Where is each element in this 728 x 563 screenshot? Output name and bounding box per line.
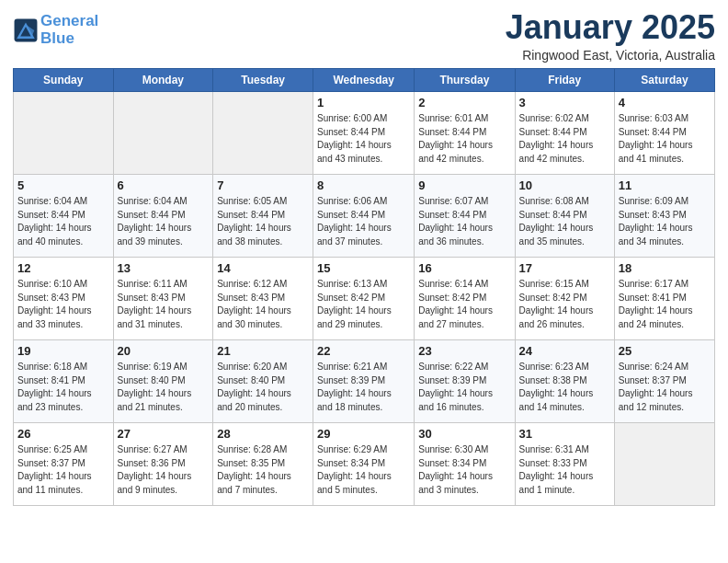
calendar-cell: 14Sunrise: 6:12 AMSunset: 8:43 PMDayligh… [213, 257, 313, 339]
calendar-cell: 6Sunrise: 6:04 AMSunset: 8:44 PMDaylight… [113, 174, 213, 257]
calendar-cell: 13Sunrise: 6:11 AMSunset: 8:43 PMDayligh… [113, 257, 213, 339]
calendar-cell: 10Sunrise: 6:08 AMSunset: 8:44 PMDayligh… [515, 174, 614, 257]
day-info: Sunrise: 6:04 AMSunset: 8:44 PMDaylight:… [17, 195, 109, 248]
day-number: 5 [17, 178, 109, 195]
weekday-header-friday: Friday [515, 68, 614, 91]
calendar-cell: 22Sunrise: 6:21 AMSunset: 8:39 PMDayligh… [313, 339, 415, 422]
logo-general: General [40, 12, 98, 29]
day-info: Sunrise: 6:07 AMSunset: 8:44 PMDaylight:… [418, 195, 510, 248]
calendar-cell [614, 422, 714, 505]
day-info: Sunrise: 6:18 AMSunset: 8:41 PMDaylight:… [17, 361, 109, 414]
calendar-cell: 23Sunrise: 6:22 AMSunset: 8:39 PMDayligh… [415, 339, 515, 422]
day-info: Sunrise: 6:19 AMSunset: 8:40 PMDaylight:… [118, 361, 210, 414]
week-row-5: 26Sunrise: 6:25 AMSunset: 8:37 PMDayligh… [14, 422, 715, 505]
day-info: Sunrise: 6:11 AMSunset: 8:43 PMDaylight:… [118, 278, 210, 331]
day-info: Sunrise: 6:13 AMSunset: 8:42 PMDaylight:… [317, 278, 410, 331]
calendar-cell: 5Sunrise: 6:04 AMSunset: 8:44 PMDaylight… [14, 174, 114, 257]
calendar-cell: 3Sunrise: 6:02 AMSunset: 8:44 PMDaylight… [515, 91, 614, 174]
calendar-cell: 12Sunrise: 6:10 AMSunset: 8:43 PMDayligh… [14, 257, 114, 339]
calendar-cell: 29Sunrise: 6:29 AMSunset: 8:34 PMDayligh… [313, 422, 415, 505]
day-number: 6 [118, 178, 210, 195]
day-number: 1 [317, 95, 410, 112]
week-row-1: 1Sunrise: 6:00 AMSunset: 8:44 PMDaylight… [14, 91, 715, 174]
day-info: Sunrise: 6:17 AMSunset: 8:41 PMDaylight:… [619, 278, 711, 331]
calendar-cell: 18Sunrise: 6:17 AMSunset: 8:41 PMDayligh… [614, 257, 714, 339]
calendar-body: 1Sunrise: 6:00 AMSunset: 8:44 PMDaylight… [14, 91, 715, 505]
day-info: Sunrise: 6:09 AMSunset: 8:43 PMDaylight:… [619, 195, 711, 248]
logo-blue: Blue [40, 29, 74, 47]
day-number: 7 [217, 178, 309, 195]
calendar-cell: 11Sunrise: 6:09 AMSunset: 8:43 PMDayligh… [614, 174, 714, 257]
day-info: Sunrise: 6:04 AMSunset: 8:44 PMDaylight:… [118, 195, 210, 248]
day-info: Sunrise: 6:10 AMSunset: 8:43 PMDaylight:… [17, 278, 109, 331]
day-number: 18 [619, 260, 711, 278]
weekday-header-wednesday: Wednesday [313, 68, 415, 91]
day-number: 14 [217, 260, 309, 278]
day-number: 29 [317, 426, 410, 443]
calendar: SundayMondayTuesdayWednesdayThursdayFrid… [13, 68, 715, 506]
day-info: Sunrise: 6:28 AMSunset: 8:35 PMDaylight:… [217, 443, 309, 497]
logo: General Blue [13, 13, 98, 47]
day-info: Sunrise: 6:21 AMSunset: 8:39 PMDaylight:… [317, 361, 410, 414]
day-number: 30 [418, 426, 510, 443]
day-info: Sunrise: 6:30 AMSunset: 8:34 PMDaylight:… [418, 443, 510, 497]
day-info: Sunrise: 6:24 AMSunset: 8:37 PMDaylight:… [619, 361, 711, 414]
day-info: Sunrise: 6:27 AMSunset: 8:36 PMDaylight:… [118, 443, 210, 497]
day-number: 11 [619, 178, 711, 195]
logo-icon [13, 17, 39, 43]
calendar-cell: 31Sunrise: 6:31 AMSunset: 8:33 PMDayligh… [515, 422, 614, 505]
page: General Blue January 2025 Ringwood East,… [0, 0, 728, 563]
week-row-3: 12Sunrise: 6:10 AMSunset: 8:43 PMDayligh… [14, 257, 715, 339]
day-info: Sunrise: 6:23 AMSunset: 8:38 PMDaylight:… [519, 361, 610, 414]
day-number: 13 [118, 260, 210, 278]
calendar-cell: 20Sunrise: 6:19 AMSunset: 8:40 PMDayligh… [113, 339, 213, 422]
calendar-cell: 25Sunrise: 6:24 AMSunset: 8:37 PMDayligh… [614, 339, 714, 422]
day-number: 9 [418, 178, 510, 195]
weekday-header-thursday: Thursday [415, 68, 515, 91]
calendar-cell: 24Sunrise: 6:23 AMSunset: 8:38 PMDayligh… [515, 339, 614, 422]
day-number: 28 [217, 426, 309, 443]
day-number: 21 [217, 343, 309, 361]
day-number: 23 [418, 343, 510, 361]
calendar-cell: 16Sunrise: 6:14 AMSunset: 8:42 PMDayligh… [415, 257, 515, 339]
calendar-cell: 8Sunrise: 6:06 AMSunset: 8:44 PMDaylight… [313, 174, 415, 257]
day-info: Sunrise: 6:14 AMSunset: 8:42 PMDaylight:… [418, 278, 510, 331]
calendar-cell: 21Sunrise: 6:20 AMSunset: 8:40 PMDayligh… [213, 339, 313, 422]
calendar-cell [213, 91, 313, 174]
day-number: 8 [317, 178, 410, 195]
day-info: Sunrise: 6:31 AMSunset: 8:33 PMDaylight:… [519, 443, 610, 497]
location: Ringwood East, Victoria, Australia [506, 48, 715, 63]
day-info: Sunrise: 6:29 AMSunset: 8:34 PMDaylight:… [317, 443, 410, 497]
calendar-cell: 30Sunrise: 6:30 AMSunset: 8:34 PMDayligh… [415, 422, 515, 505]
calendar-cell: 27Sunrise: 6:27 AMSunset: 8:36 PMDayligh… [113, 422, 213, 505]
calendar-cell: 28Sunrise: 6:28 AMSunset: 8:35 PMDayligh… [213, 422, 313, 505]
day-info: Sunrise: 6:00 AMSunset: 8:44 PMDaylight:… [317, 112, 410, 166]
day-info: Sunrise: 6:01 AMSunset: 8:44 PMDaylight:… [418, 112, 510, 166]
weekday-header-monday: Monday [113, 68, 213, 91]
day-number: 19 [17, 343, 109, 361]
day-info: Sunrise: 6:12 AMSunset: 8:43 PMDaylight:… [217, 278, 309, 331]
day-number: 16 [418, 260, 510, 278]
header: General Blue January 2025 Ringwood East,… [13, 9, 715, 63]
weekday-header-sunday: Sunday [14, 68, 114, 91]
title-block: January 2025 Ringwood East, Victoria, Au… [506, 9, 715, 63]
month-title: January 2025 [506, 9, 715, 46]
week-row-2: 5Sunrise: 6:04 AMSunset: 8:44 PMDaylight… [14, 174, 715, 257]
day-number: 25 [619, 343, 711, 361]
day-number: 17 [519, 260, 610, 278]
day-number: 31 [519, 426, 610, 443]
day-number: 10 [519, 178, 610, 195]
calendar-cell: 19Sunrise: 6:18 AMSunset: 8:41 PMDayligh… [14, 339, 114, 422]
day-number: 4 [619, 95, 711, 112]
day-number: 24 [519, 343, 610, 361]
calendar-cell: 1Sunrise: 6:00 AMSunset: 8:44 PMDaylight… [313, 91, 415, 174]
calendar-cell: 2Sunrise: 6:01 AMSunset: 8:44 PMDaylight… [415, 91, 515, 174]
day-info: Sunrise: 6:22 AMSunset: 8:39 PMDaylight:… [418, 361, 510, 414]
day-info: Sunrise: 6:25 AMSunset: 8:37 PMDaylight:… [17, 443, 109, 497]
day-number: 27 [118, 426, 210, 443]
day-number: 26 [17, 426, 109, 443]
calendar-cell: 15Sunrise: 6:13 AMSunset: 8:42 PMDayligh… [313, 257, 415, 339]
day-info: Sunrise: 6:06 AMSunset: 8:44 PMDaylight:… [317, 195, 410, 248]
day-info: Sunrise: 6:15 AMSunset: 8:42 PMDaylight:… [519, 278, 610, 331]
day-number: 2 [418, 95, 510, 112]
